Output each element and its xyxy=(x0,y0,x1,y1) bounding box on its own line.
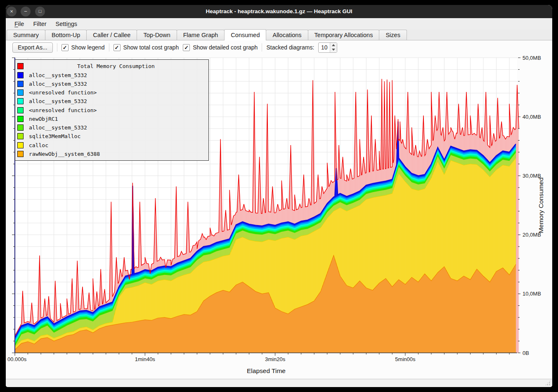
spin-down-icon[interactable] xyxy=(330,47,337,52)
legend-label: alloc__system_5332 xyxy=(29,72,87,78)
svg-text:Memory Consumed: Memory Consumed xyxy=(537,177,544,233)
toolbar-separator xyxy=(262,43,262,52)
export-as-button[interactable]: Export As... xyxy=(12,42,53,53)
status-bar xyxy=(6,379,552,387)
legend-label: alloc__system_5332 xyxy=(29,81,87,87)
legend-swatch-icon xyxy=(17,133,24,139)
legend-item-alloc-system-5332: alloc__system_5332 xyxy=(15,81,208,87)
legend-swatch-icon xyxy=(17,72,24,78)
checkbox-label: Show total cost graph xyxy=(123,44,179,51)
tab-top-down[interactable]: Top-Down xyxy=(137,30,177,40)
checkbox-label: Show detailed cost graph xyxy=(193,44,258,51)
toolbar: Export As... ✓Show legend✓Show total cos… xyxy=(6,40,552,54)
svg-text:5min00s: 5min00s xyxy=(395,356,416,362)
stacked-diagrams-label: Stacked diagrams: xyxy=(266,44,314,51)
legend-item-unresolved-function: <unresolved function> xyxy=(15,107,208,113)
legend-label: alloc__system_5332 xyxy=(29,124,87,131)
close-icon[interactable]: × xyxy=(7,7,17,16)
legend-item-alloc-system-5332: alloc__system_5332 xyxy=(15,72,208,78)
checkbox-icon[interactable]: ✓ xyxy=(61,44,69,51)
legend-item-newobjrc1: newObjRC1 xyxy=(15,116,208,122)
legend-label: sqlite3MemMalloc xyxy=(29,133,80,139)
tab-sizes[interactable]: Sizes xyxy=(379,30,407,40)
legend-swatch-icon xyxy=(17,151,24,157)
checkbox-show-detailed-cost-graph[interactable]: ✓Show detailed cost graph xyxy=(183,44,258,51)
legend-item-unresolved-function: <unresolved function> xyxy=(15,89,208,96)
svg-text:40,0MB: 40,0MB xyxy=(523,114,541,120)
resize-grip-icon[interactable] xyxy=(545,380,551,386)
chart-legend: Total Memory Consumptionalloc__system_53… xyxy=(15,59,209,161)
tab-caller-callee[interactable]: Caller / Callee xyxy=(86,30,137,40)
legend-swatch-icon xyxy=(17,89,24,96)
legend-item-rawnewobj-system-6388: rawNewObj__system_6388 xyxy=(15,151,208,157)
legend-swatch-icon xyxy=(17,107,24,113)
spinner-buttons xyxy=(330,43,337,52)
stacked-diagrams-stepper[interactable]: 10 xyxy=(318,42,337,53)
legend-item-calloc: calloc xyxy=(15,142,208,148)
maximize-icon[interactable]: □ xyxy=(35,7,45,16)
svg-text:1min40s: 1min40s xyxy=(135,356,156,362)
checkbox-icon[interactable]: ✓ xyxy=(183,44,190,51)
toolbar-checkboxes: ✓Show legend✓Show total cost graph✓Show … xyxy=(57,43,258,52)
svg-text:10,0MB: 10,0MB xyxy=(523,291,541,297)
chart-area: 0B10,0MB20,0MB30,0MB40,0MB50,0MB00.000s1… xyxy=(6,54,552,379)
legend-item-alloc-system-5332: alloc__system_5332 xyxy=(15,98,208,104)
window-title: Heaptrack - heaptrack.wakunode.1.gz — He… xyxy=(6,5,552,18)
legend-label: <unresolved function> xyxy=(29,107,97,113)
title-bar[interactable]: × − □ Heaptrack - heaptrack.wakunode.1.g… xyxy=(6,5,552,18)
app-window: × − □ Heaptrack - heaptrack.wakunode.1.g… xyxy=(6,5,552,387)
toolbar-separator xyxy=(57,43,57,52)
legend-label: <unresolved function> xyxy=(29,89,97,96)
legend-item-sqlite3memmalloc: sqlite3MemMalloc xyxy=(15,133,208,139)
legend-item-alloc-system-5332: alloc__system_5332 xyxy=(15,124,208,131)
tab-bottom-up[interactable]: Bottom-Up xyxy=(45,30,87,40)
legend-label: Total Memory Consumption xyxy=(24,63,208,69)
tab-temporary-allocations[interactable]: Temporary Allocations xyxy=(308,30,380,40)
legend-label: calloc xyxy=(29,142,48,148)
svg-text:00.000s: 00.000s xyxy=(7,356,27,362)
checkbox-icon[interactable]: ✓ xyxy=(113,44,121,51)
legend-swatch-icon xyxy=(17,124,24,131)
desktop: { "window": { "title": "Heaptrack - heap… xyxy=(0,0,558,392)
legend-label: rawNewObj__system_6388 xyxy=(29,151,100,157)
stacked-diagrams-value[interactable]: 10 xyxy=(319,43,330,52)
tab-allocations[interactable]: Allocations xyxy=(266,30,308,40)
menu-item-filter[interactable]: Filter xyxy=(28,21,51,27)
legend-swatch-icon xyxy=(17,116,24,122)
svg-text:3min20s: 3min20s xyxy=(265,356,286,362)
legend-swatch-icon xyxy=(17,81,24,87)
svg-text:Elapsed Time: Elapsed Time xyxy=(247,367,286,374)
toolbar-separator xyxy=(109,43,109,52)
svg-text:0B: 0B xyxy=(523,350,529,356)
minimize-icon[interactable]: − xyxy=(21,7,31,16)
menu-item-settings[interactable]: Settings xyxy=(51,21,82,27)
svg-text:50,0MB: 50,0MB xyxy=(523,55,541,61)
legend-label: alloc__system_5332 xyxy=(29,98,87,104)
menu-bar: FileFilterSettings xyxy=(6,18,552,29)
legend-swatch-icon xyxy=(17,63,24,69)
legend-swatch-icon xyxy=(17,142,24,148)
checkbox-show-total-cost-graph[interactable]: ✓Show total cost graph xyxy=(113,44,179,51)
checkbox-label: Show legend xyxy=(71,44,105,51)
menu-item-file[interactable]: File xyxy=(10,21,28,27)
tab-bar: SummaryBottom-UpCaller / CalleeTop-DownF… xyxy=(6,29,552,40)
tab-flame-graph[interactable]: Flame Graph xyxy=(177,30,225,40)
legend-label: newObjRC1 xyxy=(29,116,58,122)
legend-title-row: Total Memory Consumption xyxy=(15,63,208,69)
checkbox-show-legend[interactable]: ✓Show legend xyxy=(61,44,105,51)
legend-swatch-icon xyxy=(17,98,24,104)
spin-up-icon[interactable] xyxy=(330,43,337,48)
tab-summary[interactable]: Summary xyxy=(7,30,45,40)
tab-consumed[interactable]: Consumed xyxy=(224,29,266,40)
